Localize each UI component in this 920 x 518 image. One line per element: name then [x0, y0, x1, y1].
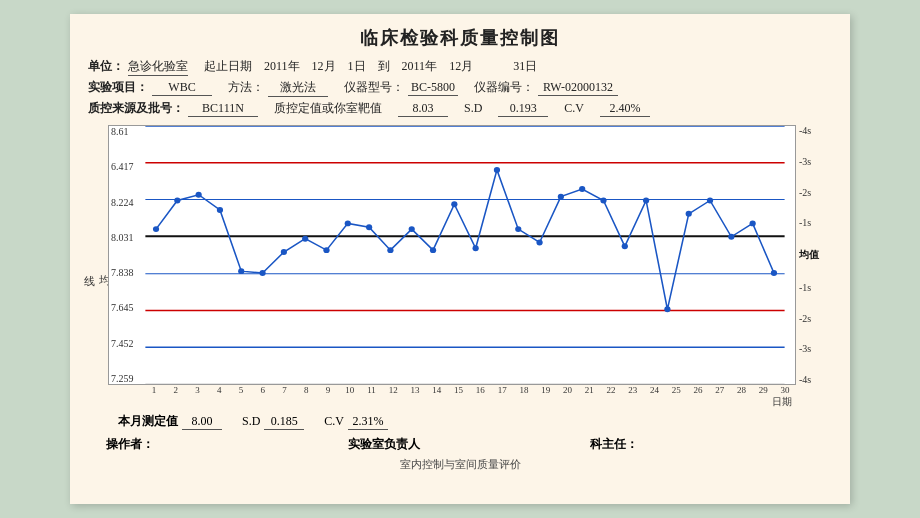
exp-label: 实验项目： — [88, 79, 148, 96]
device-type-value: BC-5800 — [408, 80, 458, 96]
sd-value: 0.193 — [498, 101, 548, 117]
x-axis-date-label: 日期 — [108, 395, 792, 409]
cv-label: C.V — [564, 101, 584, 116]
svg-point-24 — [494, 167, 500, 173]
svg-point-11 — [217, 207, 223, 213]
bottom-sd-label: S.D — [242, 414, 260, 429]
device-id-label: 仪器编号： — [474, 79, 534, 96]
svg-point-17 — [345, 220, 351, 226]
source-label: 质控来源及批号： — [88, 100, 184, 117]
svg-point-21 — [430, 247, 436, 253]
bottom-cv-label: C.V — [324, 414, 344, 429]
svg-point-29 — [600, 198, 606, 204]
svg-point-20 — [409, 226, 415, 232]
svg-point-19 — [387, 247, 393, 253]
sd-label: S.D — [464, 101, 482, 116]
bottom-sd-value: 0.185 — [264, 414, 304, 430]
fixed-label: 质控定值或你室靶值 — [274, 100, 382, 117]
footer: 室内控制与室间质量评价 — [88, 457, 832, 472]
lab-label: 实验室负责人 — [348, 436, 590, 453]
year1: 2011年 — [264, 58, 300, 75]
svg-point-9 — [174, 198, 180, 204]
svg-point-8 — [153, 226, 159, 232]
svg-point-34 — [707, 198, 713, 204]
exp-value: WBC — [152, 80, 212, 96]
svg-point-31 — [643, 198, 649, 204]
svg-point-22 — [451, 201, 457, 207]
cv-value: 2.40% — [600, 101, 650, 117]
info-row-3: 质控来源及批号： BC111N 质控定值或你室靶值 8.03 S.D 0.193… — [88, 100, 832, 117]
svg-point-23 — [473, 245, 479, 251]
operator-label: 操作者： — [106, 436, 348, 453]
method-label: 方法： — [228, 79, 264, 96]
month-label: 本月测定值 — [118, 413, 178, 430]
day1: 1日 — [348, 58, 366, 75]
svg-point-26 — [536, 240, 542, 246]
svg-point-10 — [196, 192, 202, 198]
svg-point-36 — [750, 220, 756, 226]
source-value: BC111N — [188, 101, 258, 117]
chart-svg — [109, 126, 795, 384]
device-id-value: RW-02000132 — [538, 80, 618, 96]
x-axis-labels: 1234567891011121314151617181920212223242… — [143, 385, 796, 395]
sign-row: 操作者： 实验室负责人 科主任： — [88, 436, 832, 453]
month-value: 8.00 — [182, 414, 222, 430]
svg-point-15 — [302, 236, 308, 242]
svg-point-32 — [664, 306, 670, 312]
svg-point-37 — [771, 270, 777, 276]
date-label: 起止日期 — [204, 58, 252, 75]
svg-point-28 — [579, 186, 585, 192]
unit-value: 急诊化验室 — [128, 58, 188, 76]
fixed-value: 8.03 — [398, 101, 448, 117]
month1: 12月 — [312, 58, 336, 75]
svg-point-30 — [622, 243, 628, 249]
right-labels: -4s -3s -2s -1s 均值 -1s -2s -3s -4s — [796, 125, 832, 385]
method-value: 激光法 — [268, 79, 328, 97]
y-axis-label: 均线 — [88, 125, 106, 409]
paper-container: 临床检验科质量控制图 单位： 急诊化验室 起止日期 2011年 12月 1日 到… — [70, 14, 850, 504]
svg-point-25 — [515, 226, 521, 232]
chart-container: 8.61 6.417 8.224 8.031 7.838 7.645 7.452… — [108, 125, 796, 409]
to: 到 — [378, 58, 390, 75]
day2: 31日 — [513, 58, 537, 75]
year2: 2011年 — [402, 58, 438, 75]
svg-point-13 — [259, 270, 265, 276]
month2: 12月 — [449, 58, 473, 75]
chart-inner: 8.61 6.417 8.224 8.031 7.838 7.645 7.452… — [108, 125, 796, 385]
unit-label: 单位： — [88, 58, 124, 75]
main-title: 临床检验科质量控制图 — [88, 26, 832, 50]
svg-point-33 — [686, 211, 692, 217]
info-row-1: 单位： 急诊化验室 起止日期 2011年 12月 1日 到 2011年 12月 … — [88, 58, 832, 76]
director-label: 科主任： — [590, 436, 832, 453]
bottom-cv-value: 2.31% — [348, 414, 388, 430]
svg-point-14 — [281, 249, 287, 255]
info-row-2: 实验项目： WBC 方法： 激光法 仪器型号： BC-5800 仪器编号： RW… — [88, 79, 832, 97]
svg-point-16 — [323, 247, 329, 253]
device-type-label: 仪器型号： — [344, 79, 404, 96]
bottom-row: 本月测定值 8.00 S.D 0.185 C.V 2.31% — [88, 413, 832, 430]
svg-point-18 — [366, 224, 372, 230]
svg-point-35 — [728, 234, 734, 240]
svg-point-27 — [558, 194, 564, 200]
chart-area: 均线 8.61 6.417 8.224 8.031 7.838 7.645 7.… — [88, 125, 832, 409]
svg-point-12 — [238, 268, 244, 274]
